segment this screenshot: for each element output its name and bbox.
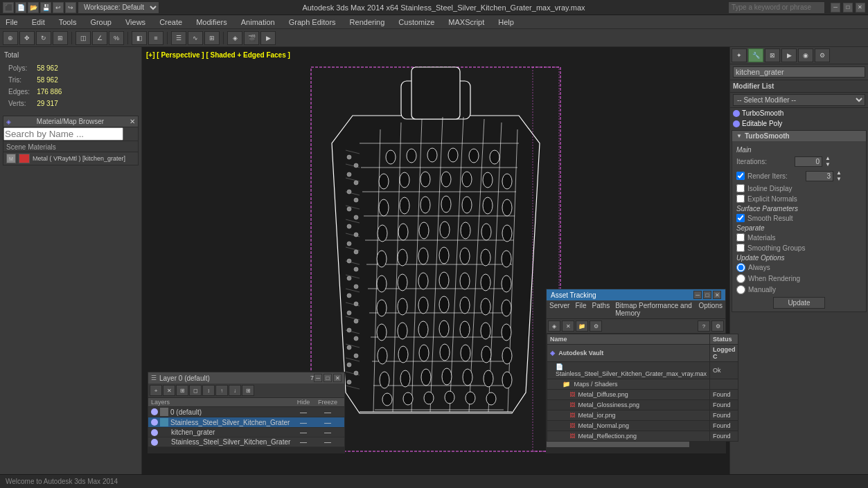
asset-scrollbar[interactable] bbox=[547, 442, 725, 447]
layer-move-btn[interactable]: ↕ bbox=[202, 385, 215, 396]
menu-views[interactable]: Views bbox=[123, 17, 148, 27]
layer-select-btn[interactable]: ◻ bbox=[189, 385, 202, 396]
table-row[interactable]: 🖼 Metal_Reflection.png Found bbox=[547, 431, 738, 442]
asset-scrollbar-thumb[interactable] bbox=[547, 442, 689, 447]
layer-freeze-ctrl[interactable]: — bbox=[314, 419, 342, 426]
table-row[interactable]: 📄 Stainless_Steel_Silver_Kitchen_Grater_… bbox=[547, 362, 738, 379]
search-input[interactable] bbox=[728, 1, 825, 14]
layer-hide-ctrl[interactable]: — bbox=[293, 428, 314, 436]
utilities-btn[interactable]: ⚙ bbox=[815, 48, 830, 62]
iterations-input[interactable] bbox=[795, 156, 822, 167]
asset-toolbar-help[interactable]: ? bbox=[698, 320, 710, 332]
layer-mgr-btn[interactable]: ☰ bbox=[171, 31, 186, 45]
layer-hide-ctrl[interactable]: — bbox=[293, 438, 314, 446]
layers-scrollbar[interactable] bbox=[148, 447, 344, 453]
menu-edit[interactable]: Edit bbox=[29, 17, 48, 27]
material-item[interactable]: M Metal ( VRayMtl ) [kitchen_grater] bbox=[3, 152, 138, 165]
table-row[interactable]: 🖼 Metal_Diffuse.png Found bbox=[547, 390, 738, 400]
asset-toolbar-settings[interactable]: ⚙ bbox=[711, 320, 724, 332]
table-row[interactable]: ◈ Autodesk Vault Logged C bbox=[547, 345, 738, 362]
table-row[interactable]: 🖼 Metal_Glossiness.png Found bbox=[547, 400, 738, 410]
layer-freeze-ctrl[interactable]: — bbox=[314, 438, 342, 446]
table-row[interactable]: 🖼 Metal_ior.png Found bbox=[547, 410, 738, 421]
scale-btn[interactable]: ⊞ bbox=[53, 31, 68, 45]
asset-menu-file[interactable]: File bbox=[575, 302, 586, 317]
asset-tracking-maximize[interactable]: □ bbox=[703, 291, 711, 299]
new-btn[interactable]: 📄 bbox=[15, 2, 26, 13]
layer-hide-ctrl[interactable]: — bbox=[293, 419, 314, 426]
list-item[interactable]: Stainless_Steel_Silver_Kitchen_Grater — … bbox=[148, 417, 344, 428]
percent-snap-btn[interactable]: % bbox=[109, 31, 124, 45]
material-editor-btn[interactable]: ◈ bbox=[227, 31, 242, 45]
asset-menu-paths[interactable]: Paths bbox=[592, 302, 610, 317]
layers-close[interactable]: ✕ bbox=[333, 374, 342, 382]
list-item[interactable]: kitchen_grater — — bbox=[148, 428, 344, 437]
when-rendering-radio[interactable] bbox=[736, 274, 745, 283]
manually-radio[interactable] bbox=[736, 285, 745, 294]
layer-down-btn[interactable]: ↓ bbox=[229, 385, 241, 396]
layer-create-btn[interactable]: + bbox=[150, 385, 162, 396]
layer-up-btn[interactable]: ↑ bbox=[215, 385, 228, 396]
asset-tracking-minimize[interactable]: ─ bbox=[693, 291, 702, 299]
render-btn[interactable]: ▶ bbox=[260, 31, 276, 45]
layer-hide-ctrl[interactable]: — bbox=[293, 408, 314, 416]
open-btn[interactable]: 📂 bbox=[28, 2, 39, 13]
align-btn[interactable]: ≡ bbox=[148, 31, 163, 45]
menu-help[interactable]: Help bbox=[495, 17, 517, 27]
materials-checkbox[interactable] bbox=[736, 233, 745, 242]
object-name-input[interactable] bbox=[733, 66, 865, 78]
layers-maximize[interactable]: □ bbox=[324, 374, 332, 382]
menu-graph-editors[interactable]: Graph Editors bbox=[286, 17, 339, 27]
menu-rendering[interactable]: Rendering bbox=[347, 17, 388, 27]
smooth-result-checkbox[interactable] bbox=[736, 214, 745, 222]
save-btn[interactable]: 💾 bbox=[40, 2, 51, 13]
motion-btn[interactable]: ▶ bbox=[781, 48, 797, 62]
redo-btn[interactable]: ↪ bbox=[65, 2, 76, 13]
layer-delete-btn[interactable]: ✕ bbox=[163, 385, 175, 396]
asset-toolbar-btn-1[interactable]: ◈ bbox=[548, 320, 560, 332]
menu-file[interactable]: File bbox=[3, 17, 21, 27]
move-btn[interactable]: ✥ bbox=[19, 31, 35, 45]
create-mode-btn[interactable]: ✦ bbox=[732, 48, 747, 62]
asset-toolbar-btn-2[interactable]: ✕ bbox=[562, 320, 574, 332]
material-search-input[interactable] bbox=[3, 127, 123, 141]
layer-freeze-ctrl[interactable]: — bbox=[314, 408, 342, 416]
table-row[interactable]: 📁 Maps / Shaders bbox=[547, 379, 738, 390]
maximize-btn[interactable]: □ bbox=[843, 3, 853, 12]
layer-merge-btn[interactable]: ⊞ bbox=[242, 385, 254, 396]
hierarchy-btn[interactable]: ⊠ bbox=[765, 48, 780, 62]
asset-menu-server[interactable]: Server bbox=[549, 302, 569, 317]
update-button[interactable]: Update bbox=[773, 297, 824, 309]
always-radio[interactable] bbox=[736, 263, 745, 272]
asset-toolbar-btn-4[interactable]: ⚙ bbox=[590, 320, 602, 332]
turbosmooth-rollout-header[interactable]: ▼ TurboSmooth bbox=[732, 131, 866, 141]
modifier-turbosmooth[interactable]: TurboSmooth bbox=[730, 108, 868, 118]
render-setup-btn[interactable]: 🎬 bbox=[244, 31, 259, 45]
render-iters-input[interactable] bbox=[806, 171, 833, 181]
render-iter-arrow[interactable]: ▲▼ bbox=[836, 170, 842, 182]
menu-create[interactable]: Create bbox=[157, 17, 185, 27]
explicit-normals-checkbox[interactable] bbox=[736, 195, 745, 203]
mirror-btn[interactable]: ◧ bbox=[132, 31, 147, 45]
table-row[interactable]: 🖼 Metal_Normal.png Found bbox=[547, 421, 738, 431]
list-item[interactable]: Stainless_Steel_Silver_Kitchen_Grater — … bbox=[148, 437, 344, 447]
asset-toolbar-btn-3[interactable]: 📁 bbox=[576, 320, 588, 332]
menu-tools[interactable]: Tools bbox=[56, 17, 80, 27]
angle-snap-btn[interactable]: ∠ bbox=[92, 31, 107, 45]
menu-modifiers[interactable]: Modifiers bbox=[193, 17, 230, 27]
app-icon[interactable]: ⬛ bbox=[3, 2, 14, 13]
material-browser-close[interactable]: ✕ bbox=[130, 118, 135, 125]
minimize-btn[interactable]: ─ bbox=[831, 3, 840, 12]
asset-tracking-close[interactable]: ✕ bbox=[713, 291, 721, 299]
modify-mode-btn[interactable]: 🔧 bbox=[748, 48, 763, 62]
modifier-list-dropdown[interactable]: -- Select Modifier -- TurboSmooth Editab… bbox=[730, 93, 868, 108]
modifier-editable-poly[interactable]: Editable Poly bbox=[730, 118, 868, 129]
asset-menu-options[interactable]: Options bbox=[699, 302, 723, 317]
modifier-enable-bulb[interactable] bbox=[733, 110, 740, 117]
snap-btn[interactable]: ◫ bbox=[76, 31, 91, 45]
undo-btn[interactable]: ↩ bbox=[53, 2, 64, 13]
asset-menu-bitmap-perf[interactable]: Bitmap Performance and Memory bbox=[615, 302, 693, 317]
menu-maxscript[interactable]: MAXScript bbox=[445, 17, 487, 27]
iter-up-arrow[interactable]: ▲▼ bbox=[825, 155, 831, 168]
isoline-checkbox[interactable] bbox=[736, 184, 745, 192]
